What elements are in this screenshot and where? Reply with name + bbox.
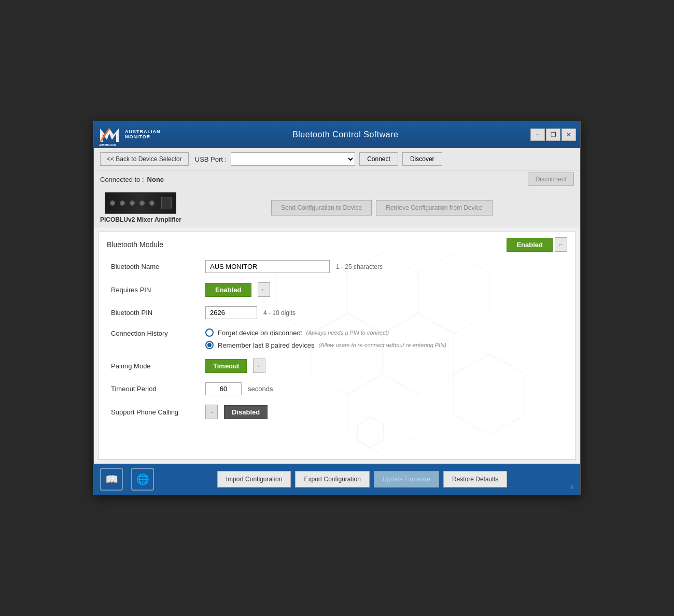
restore-button[interactable]: ❒ — [546, 128, 560, 141]
discover-button[interactable]: Discover — [402, 152, 442, 166]
timeout-period-input[interactable] — [205, 382, 242, 395]
bluetooth-pin-label: Bluetooth PIN — [111, 309, 199, 317]
import-config-button[interactable]: Import Configuration — [217, 471, 291, 488]
radio-remember[interactable] — [205, 341, 214, 349]
device-knob-1 — [110, 200, 115, 206]
connection-history-row: Connection History Forget device on disc… — [111, 328, 563, 349]
footer-buttons: Import Configuration Export Configuratio… — [162, 471, 562, 488]
form-area: Bluetooth Name 1 - 25 characters Require… — [99, 256, 575, 437]
pairing-mode-toggle[interactable]: Timeout — [205, 359, 247, 373]
requires-pin-row: Requires PIN Enabled ← — [111, 282, 563, 297]
radio-forget-label: Forget device on disconnect — [218, 329, 302, 337]
device-image-area: PICOBLUv2 Mixer Amplifier — [100, 192, 181, 223]
connection-history-label: Connection History — [111, 328, 199, 337]
radio-forget-hint: (Always needs a PIN to connect) — [306, 330, 389, 336]
radio-remember-label: Remember last 8 paired devices — [218, 341, 314, 349]
usb-row: USB Port : Connect Discover — [195, 152, 574, 166]
config-buttons: Send Configuration to Device Retrieve Co… — [190, 200, 574, 216]
connect-button[interactable]: Connect — [359, 152, 398, 166]
module-title: Bluetooth Module — [107, 240, 163, 249]
module-enabled-button[interactable]: Enabled — [507, 238, 553, 252]
main-window: AUSTRALIAN MONITOR AUSTRALIAN MONITOR Bl… — [93, 121, 581, 495]
bluetooth-pin-row: Bluetooth PIN 4 - 10 digits — [111, 306, 563, 319]
logo-icon: AUSTRALIAN MONITOR — [98, 123, 121, 146]
radio-remember-row: Remember last 8 paired devices (Allow us… — [205, 341, 446, 349]
radio-forget[interactable] — [205, 328, 214, 337]
globe-icon: 🌐 — [136, 473, 149, 485]
manual-icon[interactable]: 📖 — [100, 468, 123, 491]
footer: 📖 🌐 Import Configuration Export Configur… — [94, 464, 580, 495]
bluetooth-name-row: Bluetooth Name 1 - 25 characters — [111, 260, 563, 273]
requires-pin-label: Requires PIN — [111, 286, 199, 294]
device-image — [105, 192, 176, 214]
device-name-label: PICOBLUv2 Mixer Amplifier — [100, 216, 181, 223]
usb-port-select[interactable] — [231, 152, 355, 166]
disconnect-button[interactable]: Disconnect — [528, 173, 574, 186]
radio-remember-hint: (Allow users to re-connect without re-en… — [318, 342, 446, 348]
titlebar: AUSTRALIAN MONITOR AUSTRALIAN MONITOR Bl… — [94, 121, 580, 148]
usb-port-label: USB Port : — [195, 155, 227, 163]
timeout-period-label: Timeout Period — [111, 385, 199, 393]
connection-history-options: Forget device on disconnect (Always need… — [205, 328, 446, 349]
update-firmware-button[interactable]: Update Firmware — [374, 471, 439, 488]
pairing-mode-row: Pairing Mode Timeout ← — [111, 359, 563, 373]
module-controls: Enabled ← — [507, 237, 567, 252]
bluetooth-name-input[interactable] — [205, 260, 330, 273]
logo-text-line2: MONITOR — [125, 135, 161, 140]
device-display — [161, 197, 172, 209]
window-controls: − ❒ ✕ — [530, 128, 576, 141]
resize-handle[interactable]: ⠿ — [570, 485, 574, 491]
timeout-period-unit: seconds — [248, 385, 273, 393]
bluetooth-pin-hint: 4 - 10 digits — [263, 309, 296, 317]
website-icon[interactable]: 🌐 — [131, 468, 154, 491]
module-header: Bluetooth Module Enabled ← — [99, 232, 575, 256]
pairing-mode-arrow[interactable]: ← — [253, 359, 265, 373]
close-button[interactable]: ✕ — [561, 128, 576, 141]
restore-defaults-button[interactable]: Restore Defaults — [443, 471, 507, 488]
connected-to-value: None — [147, 176, 528, 183]
window-title: Bluetooth Control Software — [161, 130, 531, 139]
minimize-button[interactable]: − — [530, 128, 545, 141]
pairing-mode-label: Pairing Mode — [111, 362, 199, 370]
support-phone-arrow-btn[interactable]: → — [205, 405, 218, 419]
support-phone-label: Support Phone Calling — [111, 408, 199, 416]
bluetooth-name-hint: 1 - 25 characters — [336, 263, 383, 270]
book-icon: 📖 — [105, 473, 118, 485]
radio-forget-row: Forget device on disconnect (Always need… — [205, 328, 446, 337]
connected-row: Connected to : None Disconnect — [94, 170, 580, 190]
back-to-device-selector-button[interactable]: << Back to Device Selector — [100, 152, 189, 166]
module-arrow-button[interactable]: ← — [555, 237, 567, 252]
send-config-button[interactable]: Send Configuration to Device — [271, 200, 372, 216]
support-phone-toggle[interactable]: Disabled — [224, 405, 268, 419]
bluetooth-name-label: Bluetooth Name — [111, 263, 199, 270]
toolbar: << Back to Device Selector USB Port : Co… — [94, 148, 580, 170]
requires-pin-arrow[interactable]: ← — [258, 282, 270, 297]
bluetooth-pin-input[interactable] — [205, 306, 257, 319]
requires-pin-toggle[interactable]: Enabled — [205, 283, 251, 297]
logo-area: AUSTRALIAN MONITOR AUSTRALIAN MONITOR — [98, 123, 161, 146]
device-area: PICOBLUv2 Mixer Amplifier Send Configura… — [94, 190, 580, 227]
svg-text:AUSTRALIAN: AUSTRALIAN — [99, 144, 116, 146]
support-phone-row: Support Phone Calling → Disabled — [111, 405, 563, 419]
device-knob-5 — [149, 200, 155, 206]
device-knob-4 — [139, 200, 145, 206]
export-config-button[interactable]: Export Configuration — [295, 471, 369, 488]
device-knob-3 — [130, 200, 135, 206]
retrieve-config-button[interactable]: Retrieve Configuration from Device — [376, 200, 493, 216]
device-knob-2 — [120, 200, 125, 206]
timeout-period-row: Timeout Period seconds — [111, 382, 563, 395]
main-content: Bluetooth Module Enabled ← Bluetooth Nam… — [98, 232, 576, 460]
connected-to-label: Connected to : — [100, 176, 144, 183]
